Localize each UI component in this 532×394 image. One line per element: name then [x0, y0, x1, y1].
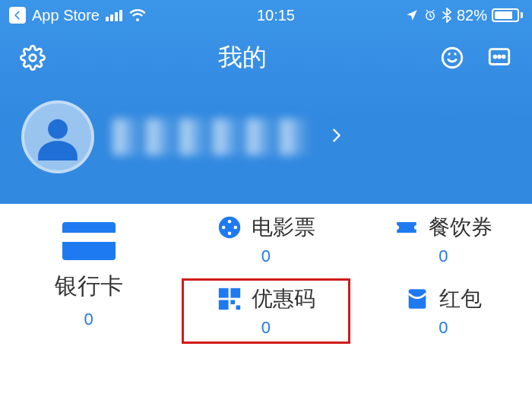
svg-point-1 — [30, 55, 36, 62]
svg-point-4 — [494, 56, 496, 58]
svg-point-12 — [222, 226, 226, 230]
battery-percentage: 82% — [457, 7, 487, 24]
film-reel-icon — [217, 214, 242, 240]
cellular-signal-icon — [106, 10, 122, 21]
tile-label: 银行卡 — [55, 271, 123, 302]
profile-row[interactable] — [0, 85, 532, 204]
settings-button[interactable] — [18, 43, 47, 72]
page-title: 我的 — [47, 41, 438, 75]
wifi-icon — [128, 8, 147, 23]
tile-count: 0 — [261, 246, 271, 266]
qr-grid-icon — [217, 286, 242, 312]
alarm-icon — [423, 8, 437, 22]
svg-point-5 — [499, 56, 501, 58]
svg-rect-17 — [236, 306, 240, 310]
ticket-icon — [394, 214, 420, 240]
username-obscured — [112, 119, 310, 155]
tile-red-packet[interactable]: 红包 0 — [355, 275, 532, 347]
tile-count: 0 — [439, 246, 448, 266]
tile-coupon-code[interactable]: 优惠码 0 — [177, 275, 354, 347]
tile-label: 红包 — [439, 284, 482, 313]
svg-point-11 — [228, 232, 232, 236]
tile-count: 0 — [439, 318, 448, 338]
support-button[interactable] — [438, 43, 467, 72]
nav-bar: 我的 — [0, 30, 532, 85]
red-packet-icon — [404, 286, 430, 312]
tile-meal-voucher[interactable]: 餐饮券 0 — [355, 204, 532, 275]
svg-point-7 — [48, 119, 68, 139]
battery-icon — [492, 8, 523, 22]
status-time: 10:15 — [147, 7, 405, 24]
location-icon — [405, 8, 419, 22]
tile-label: 优惠码 — [252, 284, 315, 313]
bluetooth-icon — [442, 8, 452, 23]
tile-label: 电影票 — [252, 213, 315, 242]
tile-count: 0 — [84, 310, 93, 329]
svg-rect-16 — [230, 300, 235, 304]
svg-rect-15 — [219, 300, 229, 310]
tile-label: 餐饮券 — [429, 213, 492, 242]
tile-bankcard[interactable]: 银行卡 0 — [0, 204, 177, 347]
wallet-grid: 银行卡 0 电影票 0 餐饮券 0 — [0, 204, 532, 347]
tile-movie-ticket[interactable]: 电影票 0 — [177, 204, 354, 275]
chevron-right-icon — [328, 122, 345, 151]
tile-count: 0 — [261, 318, 271, 338]
back-to-app-button[interactable] — [9, 7, 26, 24]
avatar — [21, 100, 94, 173]
bankcard-icon — [62, 222, 116, 260]
messages-button[interactable] — [485, 43, 514, 72]
svg-point-9 — [228, 220, 232, 224]
svg-point-2 — [442, 48, 462, 68]
svg-point-10 — [233, 226, 237, 230]
svg-rect-14 — [230, 288, 240, 298]
svg-point-6 — [502, 56, 505, 58]
back-to-app-label[interactable]: App Store — [32, 7, 100, 24]
status-bar: App Store 10:15 82% — [0, 0, 532, 30]
svg-rect-13 — [219, 288, 229, 298]
